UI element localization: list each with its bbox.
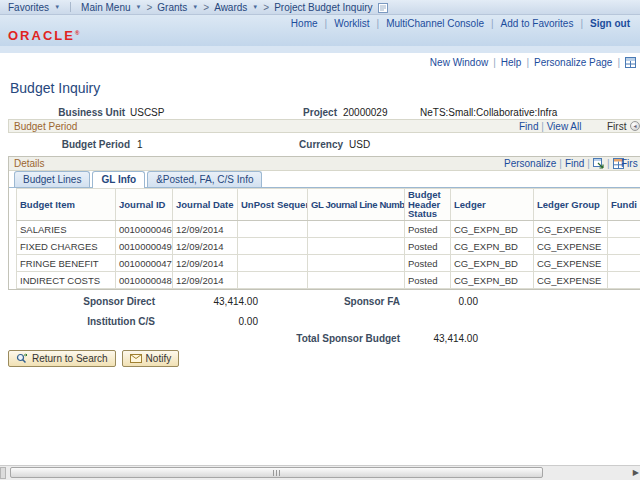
return-to-search-button[interactable]: Return to Search [8, 350, 116, 367]
cell-header-status: Posted [405, 221, 451, 238]
breadcrumb: Favorites ▼ Main Menu ▼ > Grants ▼ > Awa… [0, 0, 640, 15]
institution-cs-value: 0.00 [0, 316, 258, 327]
multichannel-console-link[interactable]: MultiChannel Console [386, 18, 484, 29]
sign-out-link[interactable]: Sign out [590, 18, 630, 29]
cell-ledger-group: CG_EXPENSE [534, 238, 608, 255]
cell-ledger: CG_EXPN_BD [451, 255, 534, 272]
cell-gl-line [308, 255, 405, 272]
scroll-right-arrow-icon[interactable]: ▶ [633, 468, 639, 477]
grid-window-icon[interactable] [625, 57, 636, 68]
export-to-excel-icon[interactable] [593, 158, 604, 169]
chevron-down-icon: ▼ [252, 4, 258, 10]
cell-journal-date: 12/09/2014 [173, 255, 238, 272]
cell-budget-item: FIXED CHARGES [17, 238, 116, 255]
cell-ledger-group: CG_EXPENSE [534, 272, 608, 289]
cell-journal-date: 12/09/2014 [173, 272, 238, 289]
scrollbar-thumb[interactable] [10, 467, 543, 478]
cell-journal-id: 0010000048 [116, 272, 173, 289]
table-row: SALARIES 0010000046 12/09/2014 Posted CG… [17, 221, 640, 238]
cell-gl-line [308, 221, 405, 238]
col-budget-header-status: Budget Header Status [405, 189, 451, 221]
col-gl-journal-line-number: GL Journal Line Number [308, 189, 405, 221]
search-return-icon [16, 353, 28, 365]
chevron-down-icon: ▼ [136, 4, 142, 10]
project-value: 20000029 [343, 107, 388, 118]
details-find-link[interactable]: Find [565, 158, 584, 169]
details-first-label: Firs [621, 158, 638, 169]
cell-unpost-seq [238, 238, 308, 255]
col-funding: Fundi [608, 189, 640, 221]
col-ledger-group: Ledger Group [534, 189, 608, 221]
breadcrumb-separator: > [147, 2, 153, 13]
tab-gl-info[interactable]: GL Info [92, 171, 145, 188]
table-row: INDIRECT COSTS 0010000048 12/09/2014 Pos… [17, 272, 640, 289]
col-journal-id: Journal ID [116, 189, 173, 221]
cell-ledger-group: CG_EXPENSE [534, 221, 608, 238]
personalize-page-link[interactable]: Personalize Page [534, 57, 612, 68]
breadcrumb-current-page: Project Budget Inquiry [274, 2, 372, 13]
table-row: FRINGE BENEFIT 0010000047 12/09/2014 Pos… [17, 255, 640, 272]
envelope-icon [130, 354, 142, 363]
cell-funding [608, 255, 640, 272]
scrollbar-grip [273, 470, 280, 476]
col-ledger: Ledger [451, 189, 534, 221]
scroll-left-button[interactable] [0, 467, 6, 479]
cell-journal-date: 12/09/2014 [173, 238, 238, 255]
details-tabs: Budget Lines GL Info &Posted, FA, C/S In… [9, 171, 640, 188]
action-buttons: Return to Search Notify [8, 350, 179, 367]
home-link[interactable]: Home [291, 18, 318, 29]
cell-ledger: CG_EXPN_BD [451, 221, 534, 238]
project-description: NeTS:Small:Collaborative:Infra [420, 107, 557, 118]
tab-posted-fa-cs-info[interactable]: &Posted, FA, C/S Info [147, 171, 262, 187]
col-budget-item: Budget Item [17, 189, 116, 221]
notify-button[interactable]: Notify [122, 350, 180, 367]
details-grid-actions: Personalize | Find | | [504, 158, 624, 169]
cell-budget-item: FRINGE BENEFIT [17, 255, 116, 272]
breadcrumb-awards[interactable]: Awards [214, 2, 247, 13]
previous-page-round-button[interactable]: ◂ [630, 121, 640, 131]
cell-funding [608, 272, 640, 289]
header-links: Home | Worklist | MultiChannel Console |… [291, 18, 630, 29]
cell-header-status: Posted [405, 255, 451, 272]
cell-journal-id: 0010000047 [116, 255, 173, 272]
cell-gl-line [308, 238, 405, 255]
chevron-down-icon: ▼ [192, 4, 198, 10]
breadcrumb-grants[interactable]: Grants [157, 2, 187, 13]
help-link[interactable]: Help [501, 57, 522, 68]
cell-unpost-seq [238, 255, 308, 272]
cell-ledger-group: CG_EXPENSE [534, 255, 608, 272]
horizontal-scrollbar[interactable]: ▶ [0, 465, 640, 480]
cell-ledger: CG_EXPN_BD [451, 238, 534, 255]
worklist-link[interactable]: Worklist [334, 18, 369, 29]
currency-value: USD [349, 139, 370, 150]
cell-journal-date: 12/09/2014 [173, 221, 238, 238]
breadcrumb-separator: > [203, 2, 209, 13]
cell-funding [608, 238, 640, 255]
oracle-logo: ORACLE® [8, 28, 79, 43]
budget-period-view-all-link[interactable]: View All [547, 121, 582, 132]
budget-period-first-label: First [607, 121, 626, 132]
currency-label: Currency [0, 139, 343, 150]
total-sponsor-budget-value: 43,414.00 [0, 333, 478, 344]
page-toolbar: New Window | Help | Personalize Page | [430, 57, 636, 68]
notepad-icon[interactable] [378, 2, 388, 13]
gl-info-table: Budget Item Journal ID Journal Date UnPo… [16, 188, 640, 289]
cell-journal-id: 0010000046 [116, 221, 173, 238]
budget-period-find-link[interactable]: Find [519, 121, 538, 132]
cell-budget-item: INDIRECT COSTS [17, 272, 116, 289]
divider [70, 2, 71, 12]
col-unpost-sequence: UnPost Sequence [238, 189, 308, 221]
details-personalize-link[interactable]: Personalize [504, 158, 556, 169]
favorites-menu[interactable]: Favorites [8, 2, 49, 13]
main-menu[interactable]: Main Menu [81, 2, 130, 13]
sponsor-fa-value: 0.00 [0, 296, 478, 307]
tab-budget-lines[interactable]: Budget Lines [14, 171, 90, 187]
add-to-favorites-link[interactable]: Add to Favorites [501, 18, 574, 29]
project-label: Project [0, 107, 337, 118]
table-row: FIXED CHARGES 0010000049 12/09/2014 Post… [17, 238, 640, 255]
new-window-link[interactable]: New Window [430, 57, 488, 68]
page-header: Home | Worklist | MultiChannel Console |… [0, 15, 640, 46]
chevron-down-icon: ▼ [54, 4, 60, 10]
cell-journal-id: 0010000049 [116, 238, 173, 255]
cell-header-status: Posted [405, 272, 451, 289]
